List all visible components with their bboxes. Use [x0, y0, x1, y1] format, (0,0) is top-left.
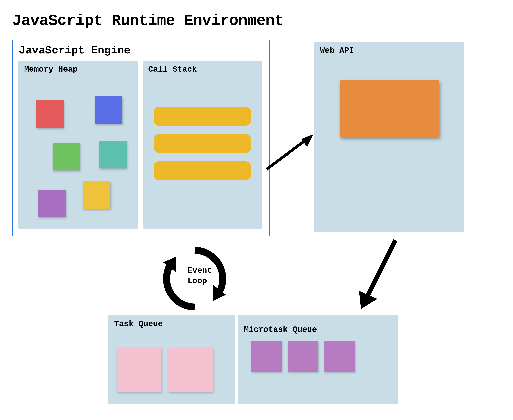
stack-frame: [154, 134, 251, 153]
event-loop-label: Event Loop: [187, 265, 212, 286]
js-engine-title: JavaScript Engine: [19, 44, 263, 57]
heap-note: [99, 141, 126, 168]
microtask-note: [324, 341, 355, 372]
task-note: [168, 347, 213, 392]
micro-notes-container: [251, 341, 355, 372]
task-queue-panel: Task Queue: [109, 315, 235, 404]
heap-note: [53, 143, 80, 170]
heap-note: [95, 96, 123, 124]
web-api-panel: Web API: [314, 42, 464, 232]
event-loop: Event Loop: [154, 238, 235, 319]
stack-frame: [154, 106, 251, 126]
memory-heap-panel: Memory Heap: [18, 60, 138, 229]
call-stack-title: Call Stack: [148, 65, 256, 74]
svg-marker-1: [301, 135, 313, 147]
diagram-canvas: JavaScript Engine Memory Heap Call Stack…: [12, 40, 501, 404]
task-queue-title: Task Queue: [114, 320, 230, 329]
web-api-title: Web API: [320, 46, 459, 55]
heap-notes-container: [24, 74, 132, 233]
arrow-callstack-to-webapi: [264, 131, 319, 173]
svg-line-2: [367, 240, 395, 297]
memory-heap-title: Memory Heap: [24, 65, 132, 74]
microtask-queue-title: Microtask Queue: [244, 325, 393, 334]
arrow-webapi-to-microtask: [353, 236, 405, 315]
stack-frames-container: [148, 106, 256, 188]
microtask-queue-panel: Microtask Queue: [238, 315, 398, 404]
heap-note: [38, 189, 66, 217]
svg-line-0: [267, 139, 307, 169]
diagram-title: JavaScript Runtime Environment: [12, 12, 501, 30]
microtask-note: [251, 341, 282, 372]
js-engine-container: JavaScript Engine Memory Heap Call Stack: [12, 40, 270, 236]
heap-note: [83, 181, 110, 209]
call-stack-panel: Call Stack: [143, 60, 262, 229]
web-api-note: [340, 80, 439, 137]
microtask-note: [288, 341, 318, 372]
task-notes-container: [117, 347, 213, 392]
heap-note: [36, 100, 64, 128]
task-note: [117, 347, 161, 392]
stack-frame: [154, 161, 251, 180]
